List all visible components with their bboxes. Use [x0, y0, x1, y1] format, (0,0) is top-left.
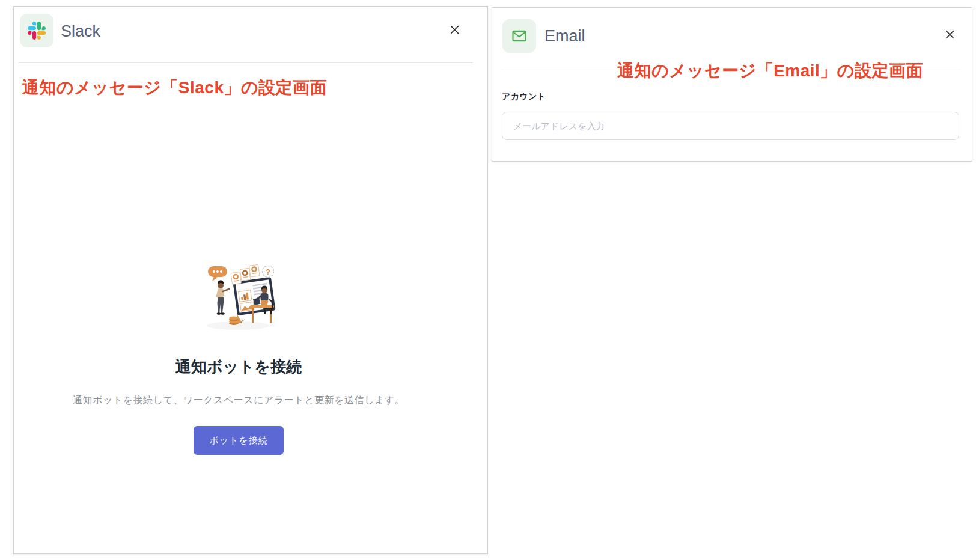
slack-settings-panel: Slack 通知のメッセージ「Slack」の設定画面	[13, 6, 488, 554]
close-icon	[450, 25, 460, 37]
slack-logo-icon	[20, 14, 53, 47]
empty-state-heading: 通知ボットを接続	[14, 356, 463, 377]
close-icon	[945, 29, 955, 41]
screenshot-canvas: Slack 通知のメッセージ「Slack」の設定画面	[0, 0, 976, 560]
slack-panel-title: Slack	[61, 22, 100, 41]
header-divider	[19, 62, 473, 63]
empty-state-illustration: ?	[201, 261, 276, 332]
slack-empty-state: ?	[14, 261, 463, 455]
account-field-label: アカウント	[502, 91, 546, 102]
close-button[interactable]	[446, 22, 463, 39]
email-envelope-icon	[502, 19, 536, 53]
connect-bot-button[interactable]: ボットを接続	[194, 426, 284, 455]
email-address-input[interactable]	[502, 112, 959, 140]
svg-text:?: ?	[266, 267, 270, 276]
close-button[interactable]	[941, 27, 958, 44]
email-panel-title: Email	[544, 27, 585, 46]
empty-state-description: 通知ボットを接続して、ワークスペースにアラートと更新を送信します。	[14, 394, 463, 407]
slack-annotation-text: 通知のメッセージ「Slack」の設定画面	[22, 76, 327, 99]
email-annotation-text: 通知のメッセージ「Email」の設定画面	[617, 59, 923, 82]
email-settings-panel: Email 通知のメッセージ「Email」の設定画面 アカウント	[492, 7, 972, 162]
